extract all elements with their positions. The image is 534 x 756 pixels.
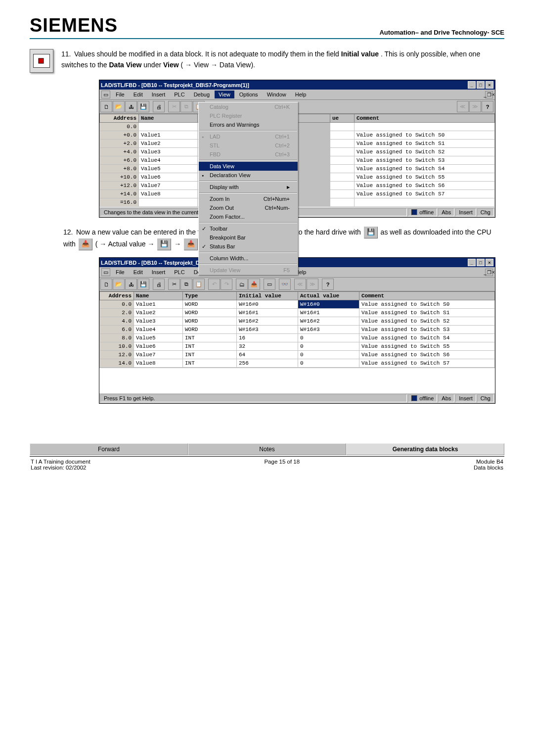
table-row[interactable]: 10.0Value6INT320Value assigned to Switch… [100, 342, 495, 351]
cell-comment[interactable]: Value assigned to Switch S7 [359, 359, 495, 368]
cell-ue[interactable] [330, 198, 355, 207]
cell-address[interactable]: +6.0 [100, 156, 139, 165]
cell-type[interactable]: WORD [183, 300, 237, 309]
cell-address[interactable]: +12.0 [100, 182, 139, 190]
cell-address[interactable]: 2.0 [100, 309, 134, 317]
menu-item-plc-register[interactable]: PLC Register [199, 111, 298, 120]
cell-ue[interactable] [330, 165, 355, 173]
menu-insert[interactable]: Insert [148, 268, 170, 276]
catalog-button[interactable]: 🗂 [236, 279, 248, 290]
cell-type[interactable]: WORD [183, 317, 237, 326]
cell-initial[interactable]: 64 [237, 351, 298, 359]
tab-generating[interactable]: Generating data blocks [346, 443, 504, 455]
nav-first-button[interactable]: ≪ [457, 101, 469, 112]
cell-name[interactable] [139, 123, 198, 131]
copy-button[interactable]: ⧉ [180, 101, 192, 112]
tab-forward[interactable]: Forward [30, 443, 188, 455]
nav-first-button[interactable]: ≪ [294, 279, 306, 290]
cell-actual[interactable]: W#16#2 [298, 317, 359, 326]
block-button[interactable]: ▭ [264, 279, 275, 290]
help-button[interactable]: ? [482, 101, 493, 112]
cut-button[interactable]: ✂ [168, 101, 180, 112]
table-row[interactable]: 4.0Value3WORDW#16#2W#16#2Value assigned … [100, 317, 495, 326]
menu-edit[interactable]: Edit [130, 268, 147, 276]
tab-notes[interactable]: Notes [188, 443, 346, 455]
cell-initial[interactable]: W#16#3 [237, 326, 298, 334]
cell-initial[interactable]: 256 [237, 359, 298, 368]
cell-comment[interactable]: Value assigned to Switch S5 [355, 173, 495, 182]
maximize-button[interactable]: □ [477, 81, 485, 89]
cell-address[interactable]: 0.0 [100, 123, 139, 131]
cell-name[interactable]: Value4 [134, 326, 183, 334]
col-initial[interactable]: Initial value [237, 292, 298, 300]
cell-comment[interactable]: Value assigned to Switch S5 [359, 342, 495, 351]
menu-insert[interactable]: Insert [148, 91, 170, 98]
menu-item-catalog[interactable]: CatalogCtrl+K [199, 102, 298, 111]
menu-item-fbd[interactable]: FBDCtrl+3 [199, 150, 298, 159]
cell-ue[interactable] [330, 190, 355, 198]
cell-actual[interactable]: W#16#3 [298, 326, 359, 334]
print-button[interactable]: 🖨 [153, 101, 165, 112]
cell-name[interactable]: Value2 [139, 140, 198, 148]
cell-comment[interactable] [355, 198, 495, 207]
cell-name[interactable]: Value7 [139, 182, 198, 190]
cell-type[interactable]: INT [183, 359, 237, 368]
cell-initial[interactable]: W#16#2 [237, 317, 298, 326]
menu-item-lad[interactable]: LADCtrl+1 [199, 132, 298, 141]
open-button[interactable]: 📂 [113, 101, 125, 112]
online-button[interactable]: 🖧 [125, 101, 137, 112]
cell-type[interactable]: INT [183, 342, 237, 351]
cell-name[interactable]: Value3 [139, 148, 198, 156]
table-row[interactable]: 6.0Value4WORDW#16#3W#16#3Value assigned … [100, 326, 495, 334]
nav-last-button[interactable]: ≫ [469, 101, 481, 112]
col-comment[interactable]: Comment [359, 292, 495, 300]
menu-item-errors[interactable]: Errors and Warnings [199, 120, 298, 129]
cell-comment[interactable]: Value assigned to Switch S2 [359, 317, 495, 326]
cell-comment[interactable]: Value assigned to Switch S0 [359, 300, 495, 309]
cell-address[interactable]: 4.0 [100, 317, 134, 326]
new-button[interactable]: 🗋 [100, 279, 112, 290]
cell-name[interactable]: Value6 [139, 173, 198, 182]
cell-initial[interactable]: 32 [237, 342, 298, 351]
cell-ue[interactable] [330, 140, 355, 148]
cell-actual[interactable]: W#16#0 [298, 300, 359, 309]
cell-ue[interactable] [330, 148, 355, 156]
menu-options[interactable]: Options [235, 91, 262, 98]
cell-name[interactable]: Value1 [139, 131, 198, 140]
paste-button[interactable]: 📋 [193, 279, 205, 290]
cell-actual[interactable]: W#16#1 [298, 309, 359, 317]
menu-help[interactable]: Help [291, 91, 311, 98]
menu-item-zoom-out[interactable]: Zoom OutCtrl+Num- [199, 203, 298, 212]
cell-name[interactable]: Value5 [134, 334, 183, 342]
new-button[interactable]: 🗋 [100, 101, 112, 112]
mdi-restore-button[interactable]: _ ❐ × [485, 91, 493, 98]
download-button[interactable]: 📥 [248, 279, 260, 290]
cell-address[interactable]: 6.0 [100, 326, 134, 334]
cell-name[interactable]: Value5 [139, 165, 198, 173]
menu-item-data-view[interactable]: Data View [199, 162, 298, 171]
cell-actual[interactable]: 0 [298, 342, 359, 351]
cell-address[interactable]: +4.0 [100, 148, 139, 156]
col-actual[interactable]: Actual value [298, 292, 359, 300]
menu-item-zoom-factor[interactable]: Zoom Factor... [199, 212, 298, 221]
cell-comment[interactable]: Value assigned to Switch S2 [355, 148, 495, 156]
nav-last-button[interactable]: ≫ [307, 279, 318, 290]
cell-address[interactable]: 10.0 [100, 342, 134, 351]
col-address[interactable]: Address [100, 292, 134, 300]
cell-initial[interactable]: W#16#1 [237, 309, 298, 317]
save-button[interactable]: 💾 [137, 279, 149, 290]
menu-item-display-with[interactable]: Display with [199, 183, 298, 191]
menu-file[interactable]: File [112, 91, 129, 98]
col-comment[interactable]: Comment [355, 114, 495, 123]
cell-actual[interactable]: 0 [298, 351, 359, 359]
cell-name[interactable]: Value7 [134, 351, 183, 359]
cell-address[interactable]: 14.0 [100, 359, 134, 368]
cell-address[interactable]: 8.0 [100, 334, 134, 342]
table-row[interactable]: 12.0Value7INT640Value assigned to Switch… [100, 351, 495, 359]
cell-address[interactable]: +2.0 [100, 140, 139, 148]
menu-view[interactable]: View [215, 91, 234, 98]
cell-ue[interactable] [330, 123, 355, 131]
maximize-button[interactable]: □ [477, 259, 485, 266]
col-address[interactable]: Address [100, 114, 139, 123]
save-button[interactable]: 💾 [137, 101, 149, 112]
